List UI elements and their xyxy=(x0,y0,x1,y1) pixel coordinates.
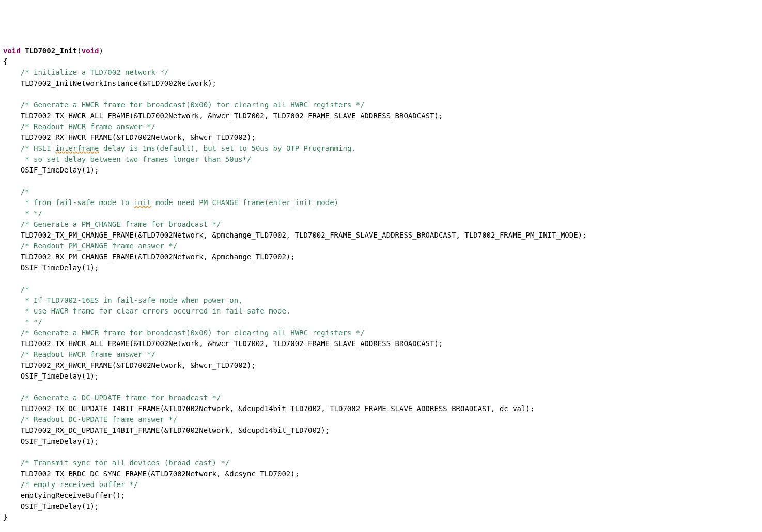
code-comment: * */ xyxy=(21,318,42,326)
code-line: TLD7002_TX_PM_CHANGE_FRAME(&TLD7002Netwo… xyxy=(21,231,587,239)
function-name: TLD7002_Init xyxy=(25,46,77,55)
code-comment: /* xyxy=(21,285,29,293)
code-comment: /* Transmit sync for all devices (broad … xyxy=(21,459,230,467)
code-comment: /* Generate a DC-UPDATE frame for broadc… xyxy=(21,394,221,402)
code-line: TLD7002_RX_PM_CHANGE_FRAME(&TLD7002Netwo… xyxy=(21,253,295,261)
code-comment: * If TLD7002-16ES in fail-safe mode when… xyxy=(21,296,243,304)
code-comment: * from fail-safe mode to init mode need … xyxy=(21,198,338,207)
code-comment: /* Readout DC-UPDATE frame answer */ xyxy=(21,415,177,424)
code-line: OSIF_TimeDelay(1); xyxy=(21,502,99,510)
code-comment: /* empty received buffer */ xyxy=(21,480,138,489)
code-comment: /* Generate a HWCR frame for broadcast(0… xyxy=(21,101,365,109)
code-line: OSIF_TimeDelay(1); xyxy=(21,263,99,272)
code-line: TLD7002_TX_HWCR_ALL_FRAME(&TLD7002Networ… xyxy=(21,339,443,348)
code-line: { xyxy=(3,57,7,66)
code-line: TLD7002_TX_DC_UPDATE_14BIT_FRAME(&TLD700… xyxy=(21,404,535,413)
code-line: TLD7002_TX_BRDC_DC_SYNC_FRAME(&TLD7002Ne… xyxy=(21,470,299,478)
code-comment: /* Readout HWCR frame answer */ xyxy=(21,350,155,358)
code-comment: /* initialize a TLD7002 network */ xyxy=(21,68,169,76)
code-comment: * so set delay between two frames longer… xyxy=(21,155,252,163)
code-line: emptyingReceiveBuffer(); xyxy=(21,491,125,499)
code-line: TLD7002_RX_DC_UPDATE_14BIT_FRAME(&TLD700… xyxy=(21,426,330,434)
code-line: OSIF_TimeDelay(1); xyxy=(21,437,99,445)
code-comment: /* Generate a HWCR frame for broadcast(0… xyxy=(21,328,365,337)
code-line: TLD7002_InitNetworkInstance(&TLD7002Netw… xyxy=(21,79,216,87)
code-line: } xyxy=(3,513,7,521)
code-line: TLD7002_RX_HWCR_FRAME(&TLD7002Network, &… xyxy=(21,361,256,369)
code-line: TLD7002_TX_HWCR_ALL_FRAME(&TLD7002Networ… xyxy=(21,112,443,120)
code-comment: /* HSLI interframe delay is 1ms(default)… xyxy=(21,144,356,152)
code-comment: /* Readout PM_CHANGE frame answer */ xyxy=(21,242,177,250)
code-comment: /* xyxy=(21,187,29,196)
code-line: TLD7002_RX_HWCR_FRAME(&TLD7002Network, &… xyxy=(21,133,256,142)
code-comment: /* Readout HWCR frame answer */ xyxy=(21,122,155,131)
code-comment: * use HWCR frame for clear errors occurr… xyxy=(21,307,291,315)
function-params: (void) xyxy=(77,46,103,55)
code-comment: /* Generate a PM_CHANGE frame for broadc… xyxy=(21,220,221,228)
code-comment: * */ xyxy=(21,209,42,217)
keyword-void: void xyxy=(3,46,21,55)
code-line: OSIF_TimeDelay(1); xyxy=(21,166,99,174)
code-line: OSIF_TimeDelay(1); xyxy=(21,372,99,380)
code-block: void TLD7002_Init(void) { /* initialize … xyxy=(3,45,759,523)
